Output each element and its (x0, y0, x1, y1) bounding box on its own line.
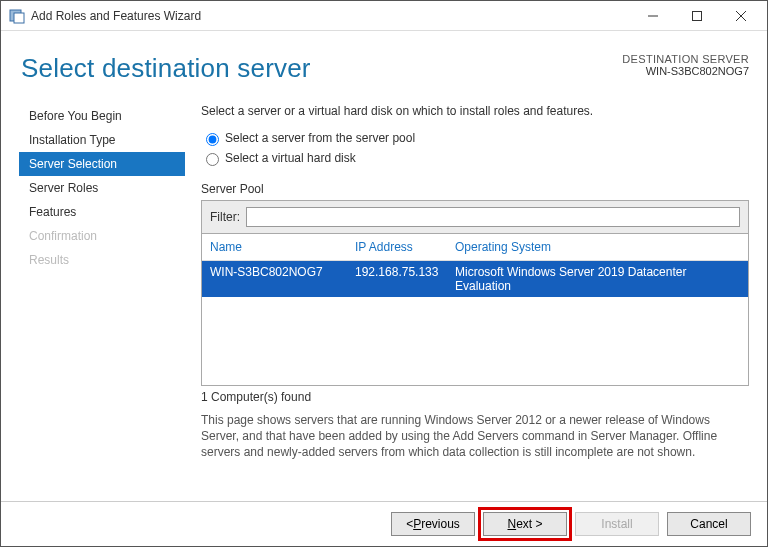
wizard-steps-sidebar: Before You BeginInstallation TypeServer … (19, 102, 185, 501)
radio-virtual-disk-input[interactable] (206, 153, 219, 166)
destination-server-label: DESTINATION SERVER (622, 53, 749, 65)
instruction-text: Select a server or a virtual hard disk o… (201, 104, 749, 118)
svg-rect-1 (14, 13, 24, 23)
table-row[interactable]: WIN-S3BC802NOG7192.168.75.133Microsoft W… (202, 261, 748, 297)
sidebar-step-installation-type[interactable]: Installation Type (19, 128, 185, 152)
server-pool-table[interactable]: Name IP Address Operating System WIN-S3B… (201, 234, 749, 386)
column-name[interactable]: Name (210, 240, 355, 254)
close-button[interactable] (719, 2, 763, 30)
sidebar-step-server-selection[interactable]: Server Selection (19, 152, 185, 176)
computer-count: 1 Computer(s) found (201, 390, 749, 404)
maximize-button[interactable] (675, 2, 719, 30)
filter-box: Filter: (201, 200, 749, 234)
minimize-button[interactable] (631, 2, 675, 30)
column-os[interactable]: Operating System (455, 240, 740, 254)
filter-input[interactable] (246, 207, 740, 227)
radio-virtual-disk[interactable]: Select a virtual hard disk (201, 150, 749, 166)
server-pool-label: Server Pool (201, 182, 749, 196)
radio-virtual-disk-label: Select a virtual hard disk (225, 151, 356, 165)
page-title: Select destination server (21, 53, 311, 84)
install-button: Install (575, 512, 659, 536)
destination-server-value: WIN-S3BC802NOG7 (622, 65, 749, 77)
app-icon (9, 8, 25, 24)
sidebar-step-features[interactable]: Features (19, 200, 185, 224)
sidebar-step-before-you-begin[interactable]: Before You Begin (19, 104, 185, 128)
titlebar: Add Roles and Features Wizard (1, 1, 767, 31)
cell-ip: 192.168.75.133 (355, 265, 455, 293)
button-bar: < Previous Next > Install Cancel (1, 501, 767, 546)
table-header: Name IP Address Operating System (202, 234, 748, 261)
window-controls (631, 2, 763, 30)
footer-explanation: This page shows servers that are running… (201, 412, 749, 460)
cell-name: WIN-S3BC802NOG7 (210, 265, 355, 293)
radio-server-pool[interactable]: Select a server from the server pool (201, 130, 749, 146)
cancel-button[interactable]: Cancel (667, 512, 751, 536)
column-ip[interactable]: IP Address (355, 240, 455, 254)
next-button[interactable]: Next > (483, 512, 567, 536)
sidebar-step-confirmation: Confirmation (19, 224, 185, 248)
radio-server-pool-label: Select a server from the server pool (225, 131, 415, 145)
sidebar-step-results: Results (19, 248, 185, 272)
radio-server-pool-input[interactable] (206, 133, 219, 146)
filter-label: Filter: (210, 210, 240, 224)
wizard-window: Add Roles and Features Wizard Select des… (0, 0, 768, 547)
cell-os: Microsoft Windows Server 2019 Datacenter… (455, 265, 740, 293)
svg-rect-3 (693, 11, 702, 20)
previous-button[interactable]: < Previous (391, 512, 475, 536)
window-title: Add Roles and Features Wizard (31, 9, 201, 23)
destination-server-block: DESTINATION SERVER WIN-S3BC802NOG7 (622, 53, 749, 77)
sidebar-step-server-roles[interactable]: Server Roles (19, 176, 185, 200)
